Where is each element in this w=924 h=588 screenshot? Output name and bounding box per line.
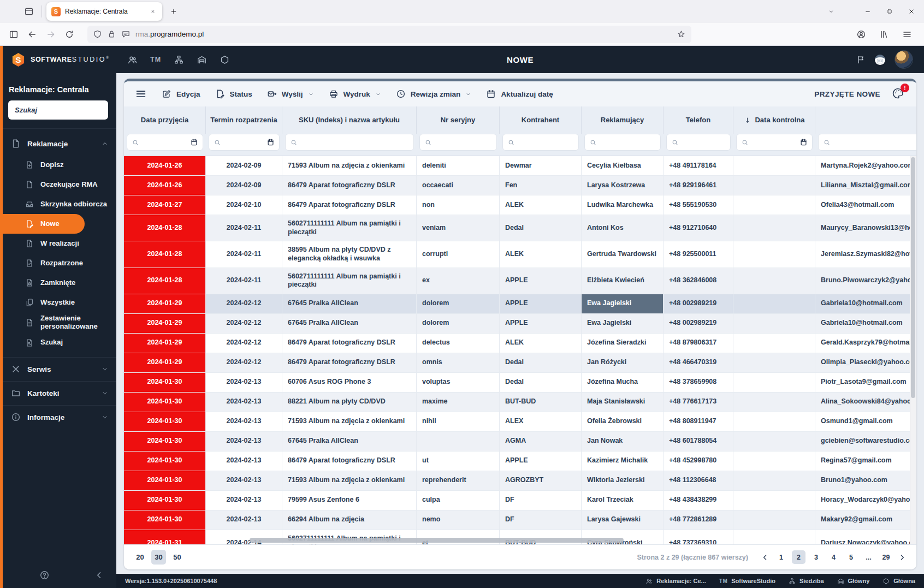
sidebar-section-reklamacje[interactable]: Reklamacje: [0, 132, 116, 155]
table-row[interactable]: 2024-01-282024-02-115602711111111 Album …: [124, 268, 916, 294]
cell-reklamujacy[interactable]: Józefina Mucha: [582, 373, 664, 392]
cell-kontrahent[interactable]: BUT-BUD: [500, 393, 582, 412]
cell-telefon[interactable]: +48 452998780: [664, 452, 733, 471]
filter-input-email[interactable]: [818, 134, 916, 151]
horizontal-scrollbar-thumb[interactable]: [250, 538, 624, 543]
cell-data-kontrolna[interactable]: [733, 156, 815, 175]
contact-card-icon[interactable]: [875, 55, 885, 65]
status-item-softwarestudio[interactable]: TMSoftwareStudio: [719, 578, 775, 584]
cell-termin-rozpatrzenia[interactable]: 2024-02-11: [206, 215, 282, 241]
cell-data-kontrolna[interactable]: [733, 353, 815, 372]
cell-email[interactable]: Gabriela10@hotmail.com: [815, 314, 916, 333]
theme-button[interactable]: !: [891, 87, 905, 101]
sidebar-item-wszystkie[interactable]: Wszystkie: [0, 293, 116, 312]
table-row[interactable]: 2024-01-282024-02-115602711111111 Album …: [124, 215, 916, 241]
filter-text-email[interactable]: [834, 138, 916, 147]
address-bar[interactable]: rma.programdemo.pl: [87, 26, 691, 43]
toolbar-button-aktualizuj-dat-[interactable]: Aktualizuj datę: [486, 89, 553, 99]
table-row[interactable]: 2024-01-292024-02-1267645 Pralka AllClea…: [124, 294, 916, 314]
cell-kontrahent[interactable]: Dedal: [500, 353, 582, 372]
filter-input-nr-seryjny[interactable]: [419, 134, 497, 151]
forward-icon[interactable]: [43, 26, 59, 43]
cell-email[interactable]: Dariusz.Nowaczyk@yahoo.com: [815, 530, 916, 544]
cell-reklamujacy[interactable]: Elżbieta Kwiecień: [582, 268, 664, 294]
cell-data-kontrolna[interactable]: [733, 215, 815, 241]
cell-data-kontrolna[interactable]: [733, 268, 815, 294]
new-tab-button[interactable]: [167, 4, 181, 19]
filter-text-reklamujacy[interactable]: [600, 138, 656, 147]
cell-sku-nazwa[interactable]: 60706 Asus ROG Phone 3: [282, 373, 417, 392]
cell-kontrahent[interactable]: APPLE: [500, 314, 582, 333]
cell-termin-rozpatrzenia[interactable]: 2024-02-11: [206, 268, 282, 294]
window-close-icon[interactable]: [904, 4, 919, 19]
cell-nr-seryjny[interactable]: maxime: [417, 393, 500, 412]
status-item-g-wna[interactable]: Główna: [882, 578, 915, 585]
cell-termin-rozpatrzenia[interactable]: 2024-02-11: [206, 241, 282, 267]
cell-data-przyjecia[interactable]: 2024-01-28: [124, 241, 206, 267]
table-row[interactable]: 2024-01-272024-02-1086479 Aparat fotogra…: [124, 195, 916, 215]
filter-input-termin-rozpatrzenia[interactable]: [209, 134, 280, 151]
cell-data-przyjecia[interactable]: 2024-01-26: [124, 176, 206, 195]
page-1[interactable]: 1: [774, 550, 788, 564]
reload-icon[interactable]: [61, 26, 78, 43]
sitemap-icon[interactable]: [174, 55, 184, 65]
filter-input-telefon[interactable]: [666, 134, 731, 151]
cell-sku-nazwa[interactable]: 86479 Aparat fotograficzny DSLR: [282, 353, 417, 372]
cell-kontrahent[interactable]: APPLE: [500, 268, 582, 294]
cell-email[interactable]: Ofelia43@hotmail.com: [815, 195, 916, 215]
filter-text-data-kontrolna[interactable]: [752, 138, 796, 147]
cell-nr-seryjny[interactable]: corrupti: [417, 241, 500, 267]
sidebar-item-zamkni-te[interactable]: Zamknięte: [0, 273, 116, 293]
tm-icon[interactable]: TM: [150, 56, 161, 63]
cell-data-przyjecia[interactable]: 2024-01-30: [124, 471, 206, 490]
hexagon-icon[interactable]: [220, 55, 230, 65]
cell-sku-nazwa[interactable]: 79599 Asus Zenfone 6: [282, 491, 417, 510]
sidebar-item-szukaj[interactable]: Szukaj: [0, 333, 116, 353]
cell-reklamujacy[interactable]: Jan Różycki: [582, 353, 664, 372]
cell-data-przyjecia[interactable]: 2024-01-27: [124, 195, 206, 215]
cell-nr-seryjny[interactable]: [417, 432, 500, 451]
cell-email[interactable]: Maurycy_Baranowski13@hotmail.com: [815, 215, 916, 241]
filter-text-data-przyjecia[interactable]: [143, 138, 187, 147]
column-header-email[interactable]: E-mail: [815, 106, 916, 134]
flag-icon[interactable]: [856, 55, 866, 64]
cell-email[interactable]: Horacy_Wodarczyk0@yahoo.com: [815, 491, 916, 510]
cell-telefon[interactable]: +48 555190530: [664, 195, 733, 215]
cell-data-przyjecia[interactable]: 2024-01-30: [124, 491, 206, 510]
cell-kontrahent[interactable]: APPLE: [500, 452, 582, 471]
cell-email[interactable]: Bruno1@yahoo.com: [815, 471, 916, 490]
cell-termin-rozpatrzenia[interactable]: 2024-02-13: [206, 452, 282, 471]
sidebar-item-w-realizacji[interactable]: W realizacji: [0, 234, 116, 253]
cell-reklamujacy[interactable]: Józefina Sieradzki: [582, 334, 664, 353]
cell-kontrahent[interactable]: DF: [500, 510, 582, 530]
sidebar-section-serwis[interactable]: Serwis: [0, 357, 116, 381]
status-item-siedziba[interactable]: Siedziba: [789, 578, 824, 585]
next-page-icon[interactable]: [897, 552, 908, 563]
cell-nr-seryjny[interactable]: delectus: [417, 334, 500, 353]
cell-nr-seryjny[interactable]: omnis: [417, 353, 500, 372]
cell-reklamujacy[interactable]: Antoni Kos: [582, 215, 664, 241]
page-29[interactable]: 29: [879, 550, 893, 564]
sidebar-item-rozpatrzone[interactable]: Rozpatrzone: [0, 253, 116, 273]
cell-data-kontrolna[interactable]: [733, 241, 815, 267]
cell-data-kontrolna[interactable]: [733, 373, 815, 392]
users-icon[interactable]: [127, 55, 138, 65]
cell-reklamujacy[interactable]: Ewa Jagielski: [582, 294, 664, 313]
column-header-kontrahent[interactable]: Kontrahent: [500, 106, 582, 134]
sidebar-toggle-icon[interactable]: [5, 26, 22, 43]
page-3[interactable]: 3: [809, 550, 823, 564]
cell-sku-nazwa[interactable]: 67645 Pralka AllClean: [282, 314, 417, 333]
cell-sku-nazwa[interactable]: 71593 Album na zdjęcia z okienkami: [282, 156, 417, 175]
cell-telefon[interactable]: +48 601788054: [664, 432, 733, 451]
cell-data-kontrolna[interactable]: [733, 195, 815, 215]
cell-reklamujacy[interactable]: Larysa Kostrzewa: [582, 176, 664, 195]
cell-data-przyjecia[interactable]: 2024-01-29: [124, 353, 206, 372]
cell-data-przyjecia[interactable]: 2024-01-30: [124, 393, 206, 412]
cell-sku-nazwa[interactable]: 38595 Album na płyty CD/DVD z elegancką …: [282, 241, 417, 267]
sidebar-item-oczekuj-ce-rma[interactable]: Oczekujące RMA: [0, 175, 116, 194]
cell-sku-nazwa[interactable]: 67645 Pralka AllClean: [282, 294, 417, 313]
cell-telefon[interactable]: +48 491178164: [664, 156, 733, 175]
table-row[interactable]: 2024-01-302024-02-1371593 Album na zdjęc…: [124, 412, 916, 432]
page-2[interactable]: 2: [792, 550, 805, 564]
cell-data-kontrolna[interactable]: [733, 314, 815, 333]
